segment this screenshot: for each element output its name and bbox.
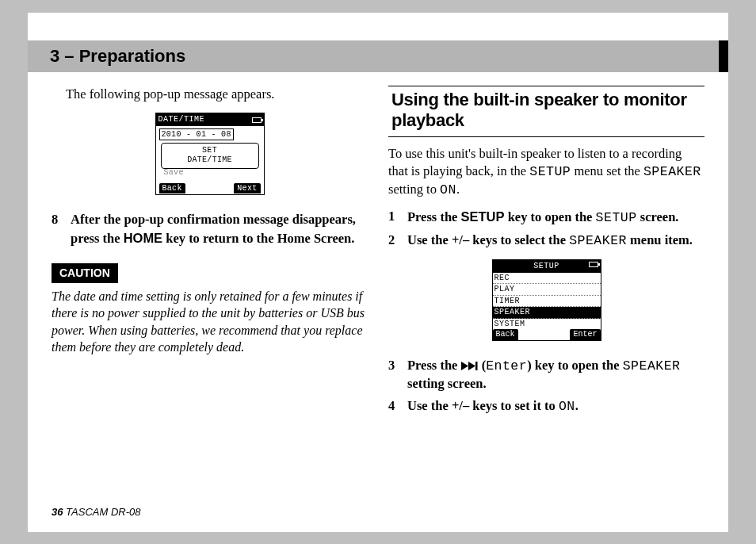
step-text: Use the +/– keys to select the SPEAKER m… [407, 232, 693, 250]
lcd-screenshot-setup: SETUP REC PLAY TIMER SPEAKER SYSTEM Back… [388, 259, 704, 341]
lcd-body: 2010 - 01 - 08 SET DATE/TIME Save Back N… [156, 126, 264, 195]
lcd-behind-popup: Save [159, 167, 261, 178]
home-key-label: HOME [124, 231, 163, 245]
setup-key-label: SETUP [461, 209, 505, 224]
svg-rect-2 [475, 362, 478, 370]
battery-icon [252, 117, 262, 123]
softkey-back: Back [493, 329, 518, 340]
lcd-title: SETUP [533, 261, 559, 272]
right-column: Using the built-in speaker to monitor pl… [388, 86, 704, 508]
step-number: 8 [52, 211, 63, 247]
softkey-enter: Enter [570, 329, 600, 340]
menu-item-speaker-selected: SPEAKER [493, 307, 601, 319]
lcd-title: DATE/TIME [158, 114, 205, 125]
lcd-popup-line1: SET [162, 146, 258, 155]
lcd-titlebar: SETUP [493, 260, 601, 273]
softkey-next: Next [234, 183, 260, 194]
step-number: 1 [388, 208, 399, 227]
lcd-popup: SET DATE/TIME [161, 143, 259, 169]
step-3: 3 Press the (Enter) key to open the SPEA… [388, 357, 704, 393]
menu-item-play: PLAY [493, 284, 601, 296]
step-text: Press the SETUP key to open the SETUP sc… [407, 208, 678, 227]
speaker-setting-name: SPEAKER [643, 164, 701, 179]
lcd-frame: DATE/TIME 2010 - 01 - 08 SET DATE/TIME S… [155, 113, 265, 195]
lcd-frame: SETUP REC PLAY TIMER SPEAKER SYSTEM Back… [492, 259, 601, 341]
enter-key-label: Enter [486, 358, 527, 374]
step-2: 2 Use the +/– keys to select the SPEAKER… [388, 232, 704, 250]
step-1: 1 Press the SETUP key to open the SETUP … [388, 208, 704, 227]
edge-tab-marker [719, 40, 728, 72]
content-columns: The following pop-up message appears. DA… [52, 86, 704, 508]
setup-menu-name: SETUP [529, 164, 571, 179]
page-footer: 36 TASCAM DR-08 [52, 506, 140, 518]
battery-icon [589, 262, 598, 267]
lcd-menu-list: REC PLAY TIMER SPEAKER SYSTEM [493, 273, 601, 330]
svg-marker-0 [461, 362, 468, 370]
caution-text: The date and time setting is only retain… [52, 288, 368, 356]
softkey-back: Back [159, 183, 185, 194]
lcd-titlebar: DATE/TIME [156, 113, 264, 126]
step-number: 4 [388, 397, 399, 416]
lcd-softkeys: Back Enter [493, 329, 601, 340]
on-value: ON [440, 182, 456, 197]
step-number: 3 [388, 357, 399, 393]
caution-badge: CAUTION [52, 263, 118, 283]
manual-page: 3 – Preparations The following pop-up me… [28, 13, 728, 532]
step-text: Use the +/– keys to set it to ON. [407, 397, 578, 416]
menu-item-system: SYSTEM [493, 319, 601, 330]
section-intro: To use this unit's built-in speaker to l… [388, 145, 704, 200]
section-heading: Using the built-in speaker to monitor pl… [388, 86, 704, 137]
lcd-date-field: 2010 - 01 - 08 [159, 128, 234, 141]
lcd-softkeys: Back Next [159, 183, 261, 194]
step-8: 8 After the pop-up confirmation message … [52, 211, 368, 247]
fast-forward-icon [461, 362, 479, 370]
popup-intro-text: The following pop-up message appears. [52, 86, 368, 103]
step-4: 4 Use the +/– keys to set it to ON. [388, 397, 704, 416]
menu-item-rec: REC [493, 273, 601, 285]
step-number: 2 [388, 232, 399, 250]
page-number: 36 [52, 506, 63, 518]
model-name: TASCAM DR-08 [63, 506, 140, 518]
menu-item-timer: TIMER [493, 296, 601, 308]
left-column: The following pop-up message appears. DA… [52, 86, 368, 508]
svg-marker-1 [468, 362, 475, 370]
chapter-title: 3 – Preparations [50, 46, 185, 67]
step-text: After the pop-up confirmation message di… [71, 211, 368, 247]
lcd-popup-line2: DATE/TIME [162, 155, 258, 165]
lcd-screenshot-datetime: DATE/TIME 2010 - 01 - 08 SET DATE/TIME S… [52, 113, 368, 195]
chapter-header: 3 – Preparations [28, 40, 728, 72]
step-text: Press the (Enter) key to open the SPEAKE… [407, 357, 704, 393]
